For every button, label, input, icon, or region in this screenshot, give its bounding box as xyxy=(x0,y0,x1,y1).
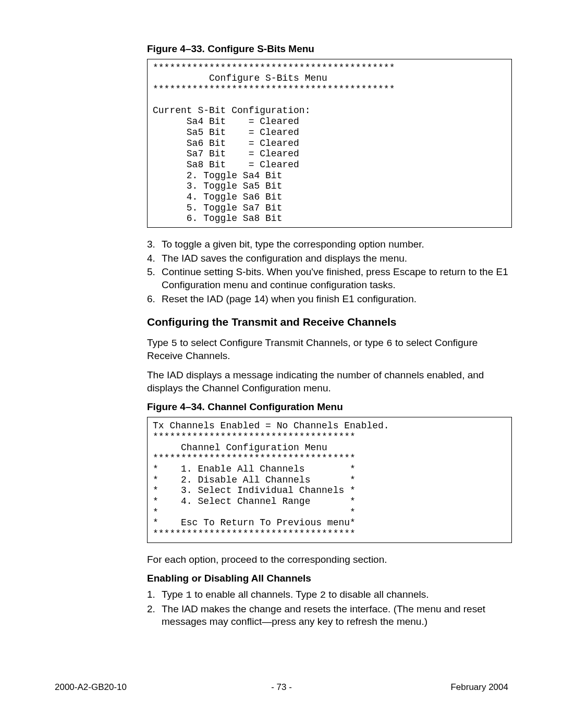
step-number: 1. xyxy=(147,588,162,602)
page-footer: 2000-A2-GB20-10 - 73 - February 2004 xyxy=(55,682,508,693)
sub-heading: Enabling or Disabling All Channels xyxy=(147,572,512,585)
list-item: 3. To toggle a given bit, type the corre… xyxy=(147,238,512,251)
step-text: The IAD makes the change and resets the … xyxy=(162,603,512,628)
text: Type xyxy=(162,589,186,600)
paragraph: For each option, proceed to the correspo… xyxy=(147,553,512,566)
text: to disable all channels. xyxy=(326,589,429,600)
footer-doc-id: 2000-A2-GB20-10 xyxy=(55,682,127,693)
step-number: 6. xyxy=(147,293,162,306)
step-number: 4. xyxy=(147,252,162,265)
figure-34-code: Tx Channels Enabled = No Channels Enable… xyxy=(147,417,512,543)
paragraph: The IAD displays a message indicating th… xyxy=(147,369,512,394)
inline-code: 6 xyxy=(386,338,392,349)
figure-34-caption: Figure 4–34. Channel Configuration Menu xyxy=(147,401,512,414)
text: to select Configure Transmit Channels, o… xyxy=(177,337,386,348)
page: Figure 4–33. Configure S-Bits Menu *****… xyxy=(0,0,563,728)
step-number: 5. xyxy=(147,266,162,291)
figure-33-code: ****************************************… xyxy=(147,59,512,228)
step-text: Continue setting S-bits. When you've fin… xyxy=(162,266,512,291)
figure-33-caption: Figure 4–33. Configure S-Bits Menu xyxy=(147,43,512,56)
text: to enable all channels. Type xyxy=(192,589,320,600)
inline-code: 5 xyxy=(171,338,177,349)
footer-date: February 2004 xyxy=(450,682,508,693)
list-item: 5. Continue setting S-bits. When you've … xyxy=(147,266,512,291)
section-heading: Configuring the Transmit and Receive Cha… xyxy=(147,315,512,329)
main-content: Figure 4–33. Configure S-Bits Menu *****… xyxy=(147,43,512,638)
text: Type xyxy=(147,337,171,348)
list-item: 1. Type 1 to enable all channels. Type 2… xyxy=(147,588,512,602)
steps-list-a: 3. To toggle a given bit, type the corre… xyxy=(147,238,512,305)
list-item: 2. The IAD makes the change and resets t… xyxy=(147,603,512,628)
inline-code: 2 xyxy=(320,589,326,601)
step-text: Reset the IAD (page 14) when you finish … xyxy=(162,293,417,306)
list-item: 6. Reset the IAD (page 14) when you fini… xyxy=(147,293,512,306)
list-item: 4. The IAD saves the configuration and d… xyxy=(147,252,512,265)
step-number: 2. xyxy=(147,603,162,628)
step-text: The IAD saves the configuration and disp… xyxy=(162,252,407,265)
steps-list-b: 1. Type 1 to enable all channels. Type 2… xyxy=(147,588,512,628)
step-number: 3. xyxy=(147,238,162,251)
inline-code: 1 xyxy=(186,589,191,601)
paragraph: Type 5 to select Configure Transmit Chan… xyxy=(147,337,512,363)
step-text: To toggle a given bit, type the correspo… xyxy=(162,238,424,251)
step-text: Type 1 to enable all channels. Type 2 to… xyxy=(162,588,429,602)
